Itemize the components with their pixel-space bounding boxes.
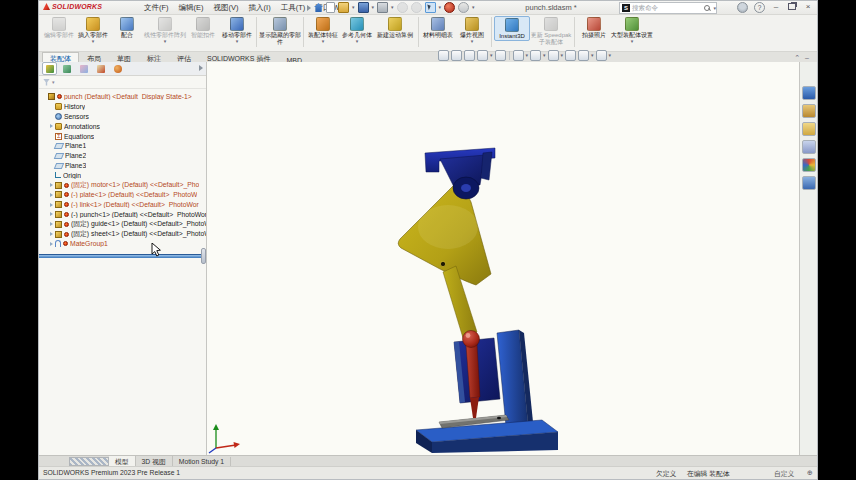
search-icon[interactable] [704,5,710,11]
expander-icon[interactable] [50,232,53,236]
print-icon[interactable] [377,2,388,13]
show-hidden-components-button[interactable]: 显示隐藏的零部件 [259,16,301,45]
move-component-button[interactable]: 移动零部件▾ [220,16,254,44]
tab-propertymanager[interactable] [59,62,74,75]
expander-icon[interactable] [50,124,53,128]
filter-icon[interactable] [43,79,50,86]
new-file-icon[interactable] [326,2,335,13]
menu-pin-icon[interactable] [307,5,311,11]
open-file-icon[interactable] [338,2,349,13]
exploded-view-button[interactable]: 爆炸视图▾ [455,16,489,44]
save-icon[interactable] [358,2,369,13]
new-motion-study-button[interactable]: 新建运动算例 [374,16,416,39]
caret-icon[interactable]: ▾ [543,53,546,58]
caret-icon[interactable]: ▾ [609,53,612,58]
tree-item-annotations[interactable]: Annotations [39,121,206,131]
select-tool-icon[interactable] [425,2,436,13]
expander-icon[interactable] [50,193,53,197]
dropdown-caret-icon[interactable]: ▾ [164,39,167,44]
customize-status-button[interactable]: 自定义 [774,469,794,479]
custom-properties-icon[interactable] [802,176,816,190]
panel-splitter-handle[interactable] [201,248,206,264]
undo-icon[interactable] [397,2,408,13]
tree-item-plate[interactable]: (-) plate<1> (Default) <<Default>_PhotoW [39,190,206,200]
assembly-features-button[interactable]: 装配体特征▾ [306,16,340,44]
filter-caret-icon[interactable]: ▾ [52,79,55,85]
dropdown-caret-icon[interactable]: ▾ [356,39,359,44]
help-icon[interactable]: ? [754,2,765,13]
display-style-icon[interactable] [530,50,541,61]
dropdown-caret-icon[interactable]: ▾ [236,39,239,44]
collapse-ribbon-icon[interactable]: ⌃ [794,54,800,62]
globe-icon[interactable]: ⊕ [807,469,813,477]
dropdown-caret-icon[interactable]: ▾ [471,39,474,44]
dropdown-caret-icon[interactable]: ▾ [92,39,95,44]
tree-item-origin[interactable]: Origin [39,170,206,180]
dropdown-caret-icon[interactable]: ▾ [631,39,634,44]
caret-icon[interactable]: ▾ [591,53,594,58]
mate-button[interactable]: 配合 [110,16,144,39]
section-view-icon[interactable] [477,50,488,61]
insert-components-button[interactable]: 插入零部件▾ [76,16,110,44]
tab-motion-study-1[interactable]: Motion Study 1 [173,457,231,466]
rebuild-icon[interactable] [444,2,455,13]
previous-view-icon[interactable] [464,50,475,61]
large-assembly-settings-button[interactable]: 大型装配体设置▾ [611,16,653,44]
menu-view[interactable]: 视图(V) [209,3,244,13]
take-snapshot-button[interactable]: 拍摄照片 [577,16,611,39]
tree-item-motor[interactable]: (固定) motor<1> (Default) <<Default>_Pho [39,180,206,190]
tree-item-assembly-root[interactable]: punch (Default) <Default_Display State-1… [39,92,206,102]
update-speedpak-button[interactable]: 更新 Speedpak 子装配体 [530,16,572,45]
tab-configurationmanager[interactable] [76,62,91,75]
tree-item-plane3[interactable]: Plane3 [39,161,206,171]
tree-item-guide[interactable]: (固定) guide<1> (Default) <<Default>_Photo… [39,219,206,229]
view-settings-icon[interactable] [596,50,607,61]
caret-icon[interactable]: ▾ [526,53,529,58]
minimize-button[interactable]: – [771,3,781,12]
zoom-fit-icon[interactable] [438,50,449,61]
caret-icon[interactable]: ▾ [561,53,564,58]
open-caret-icon[interactable]: ▾ [352,5,355,10]
expander-icon[interactable] [50,183,53,187]
smart-fasteners-button[interactable]: 智能扣件 [186,16,220,39]
home-tab-icon[interactable] [802,86,816,100]
file-explorer-icon[interactable] [802,122,816,136]
punch-assembly-model[interactable] [207,62,799,456]
expander-icon[interactable] [50,242,53,246]
home-icon[interactable] [314,3,323,12]
edit-component-button[interactable]: 编辑零部件 [42,16,76,39]
dropdown-caret-icon[interactable]: ▾ [322,39,325,44]
hide-show-items-icon[interactable] [548,50,559,61]
zoom-area-icon[interactable] [451,50,462,61]
pin-ribbon-icon[interactable]: – [805,54,809,62]
select-caret-icon[interactable]: ▾ [439,5,442,10]
close-button[interactable]: × [803,3,813,12]
tree-item-sheet[interactable]: (固定) sheet<1> (Default) <<Default>_Photo… [39,229,206,239]
reference-geometry-button[interactable]: 参考几何体▾ [340,16,374,44]
edit-appearance-icon[interactable] [565,50,576,61]
tab-displaymanager[interactable] [110,62,125,75]
expander-icon[interactable] [50,203,53,207]
panel-flyout-arrow-icon[interactable] [199,65,203,71]
tree-item-sensors[interactable]: Sensors [39,112,206,122]
tree-item-history[interactable]: History [39,102,206,112]
tree-item-equations[interactable]: Equations [39,131,206,141]
tree-item-mategroup[interactable]: MateGroup1 [39,239,206,249]
tree-item-plane2[interactable]: Plane2 [39,151,206,161]
menu-file[interactable]: 文件(F) [139,3,174,13]
print-caret-icon[interactable]: ▾ [391,5,394,10]
design-library-icon[interactable] [802,104,816,118]
menu-edit[interactable]: 编辑(E) [174,3,209,13]
search-input[interactable]: 搜索命令 [632,4,704,13]
tree-item-punch[interactable]: (-) punch<1> (Default) <<Default>_PhotoW… [39,210,206,220]
appearances-icon[interactable] [802,158,816,172]
splitter-handle-icon[interactable] [69,457,109,466]
caret-icon[interactable]: ▾ [490,53,493,58]
tree-item-link[interactable]: (-) link<1> (Default) <<Default>_PhotoWo… [39,200,206,210]
tab-dimxpertmanager[interactable] [93,62,108,75]
search-caret-icon[interactable]: ▾ [713,6,716,11]
expander-icon[interactable] [50,222,53,226]
instant3d-button[interactable]: Instant3D [494,16,530,41]
menu-insert[interactable]: 插入(I) [244,3,276,13]
search-commands-box[interactable]: S 搜索命令 ▾ [619,2,717,14]
